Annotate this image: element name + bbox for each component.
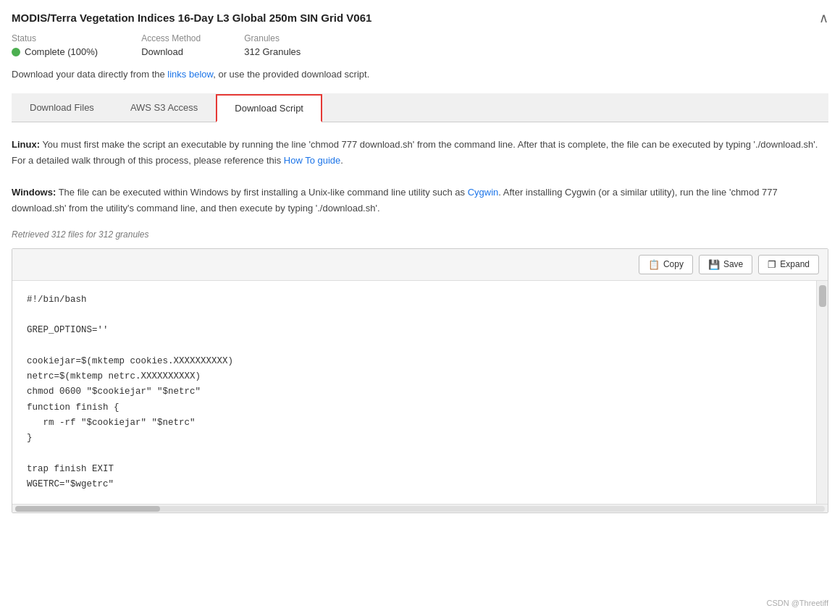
script-horizontal-scrollbar[interactable] <box>12 504 828 512</box>
status-meta: Status Complete (100%) <box>12 33 98 57</box>
linux-label: Linux: <box>12 139 40 150</box>
copy-label: Copy <box>663 259 684 269</box>
script-vertical-scrollbar[interactable] <box>816 281 828 504</box>
intro-middle: , or use the provided download script. <box>213 69 369 80</box>
retrieved-text: Retrieved 312 files for 312 granules <box>12 229 828 240</box>
vscroll-thumb[interactable] <box>819 285 826 307</box>
access-method-text: Download <box>141 46 183 57</box>
intro-text: Download your data directly from the lin… <box>12 67 828 82</box>
linux-instruction: Linux: You must first make the script an… <box>12 137 828 169</box>
main-container: MODIS/Terra Vegetation Indices 16-Day L3… <box>0 0 840 616</box>
granules-label: Granules <box>244 33 301 43</box>
meta-row: Status Complete (100%) Access Method Dow… <box>12 33 828 57</box>
windows-instruction: Windows: The file can be executed within… <box>12 185 828 216</box>
status-label: Status <box>12 33 98 43</box>
linux-text-end: . <box>340 155 343 166</box>
status-text: Complete (100%) <box>25 46 98 57</box>
granules-value: 312 Granules <box>244 46 301 57</box>
cygwin-link[interactable]: Cygwin <box>468 187 499 198</box>
tabs-bar: Download Files AWS S3 Access Download Sc… <box>12 93 828 122</box>
header-row: MODIS/Terra Vegetation Indices 16-Day L3… <box>12 12 828 25</box>
instructions: Linux: You must first make the script an… <box>12 137 828 216</box>
status-circle-icon <box>12 48 20 56</box>
save-label: Save <box>723 259 743 269</box>
granules-meta: Granules 312 Granules <box>244 33 301 57</box>
copy-button[interactable]: 📋 Copy <box>639 255 693 274</box>
intro-before-link: Download your data directly from the <box>12 69 167 80</box>
copy-icon: 📋 <box>648 259 660 270</box>
collapse-icon[interactable]: ∧ <box>819 12 828 25</box>
script-scrollbar-area: #!/bin/bash GREP_OPTIONS='' cookiejar=$(… <box>12 281 828 504</box>
expand-button[interactable]: ❐ Expand <box>758 255 819 274</box>
page-title: MODIS/Terra Vegetation Indices 16-Day L3… <box>12 12 371 24</box>
tab-download-script[interactable]: Download Script <box>216 94 322 122</box>
script-toolbar: 📋 Copy 💾 Save ❐ Expand <box>12 249 828 281</box>
access-method-meta: Access Method Download <box>141 33 201 57</box>
access-method-label: Access Method <box>141 33 201 43</box>
expand-icon: ❐ <box>768 259 776 270</box>
save-button[interactable]: 💾 Save <box>699 255 752 274</box>
save-icon: 💾 <box>708 259 720 270</box>
windows-label: Windows: <box>12 187 56 198</box>
windows-text: The file can be executed within Windows … <box>56 187 467 198</box>
script-box: 📋 Copy 💾 Save ❐ Expand #!/bin/bash GREP_… <box>12 248 828 513</box>
status-value: Complete (100%) <box>12 46 98 57</box>
hscroll-track <box>15 506 825 512</box>
expand-label: Expand <box>780 259 810 269</box>
access-method-value: Download <box>141 46 201 57</box>
script-code[interactable]: #!/bin/bash GREP_OPTIONS='' cookiejar=$(… <box>12 281 816 504</box>
how-to-guide-link[interactable]: How To guide <box>284 155 341 166</box>
hscroll-thumb[interactable] <box>15 506 160 512</box>
linux-text: You must first make the script an execut… <box>12 139 818 166</box>
watermark: CSDN @Threetiff <box>766 599 828 607</box>
granules-text: 312 Granules <box>244 46 301 57</box>
tab-aws-s3-access[interactable]: AWS S3 Access <box>112 94 216 122</box>
links-below-link[interactable]: links below <box>167 69 213 80</box>
tab-download-files[interactable]: Download Files <box>12 94 112 122</box>
